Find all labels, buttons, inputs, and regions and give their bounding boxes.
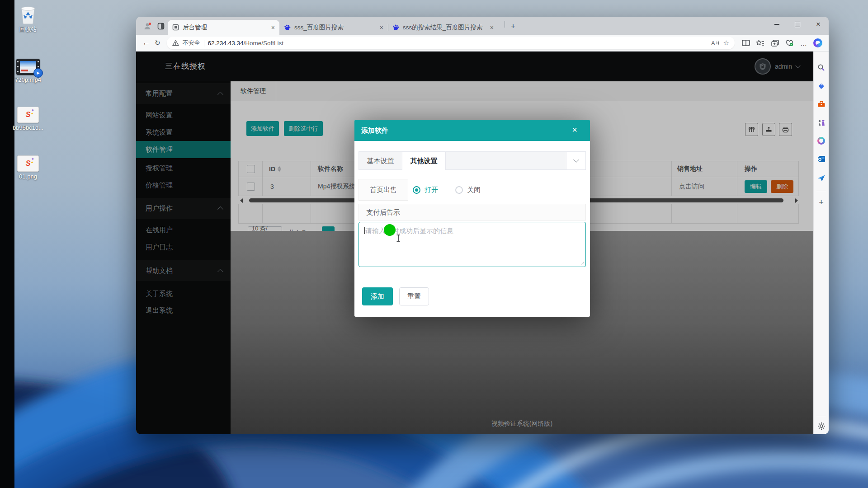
tab-title: 后台管理 xyxy=(183,23,268,32)
tab-title: sss的搜索结果_百度图片搜索 xyxy=(403,23,486,32)
maximize-icon xyxy=(795,22,800,27)
sidebar-m365-icon[interactable] xyxy=(814,137,829,145)
svg-text:A: A xyxy=(711,40,715,46)
dialog-header: 添加软件 × xyxy=(354,120,590,141)
tab-close-icon[interactable]: × xyxy=(490,24,494,31)
close-button[interactable]: × xyxy=(808,17,829,32)
security-label[interactable]: 不安全 xyxy=(183,39,200,47)
radio-label: 打开 xyxy=(425,186,438,194)
dialog-tabs: 基本设置 其他设置 xyxy=(359,151,586,170)
sidebar-outlook-icon[interactable] xyxy=(814,155,829,163)
read-aloud-icon[interactable]: A xyxy=(711,40,720,46)
browser-tab-bar: 后台管理 × sss_百度图片搜索 × sss的搜索结果_百度图片搜索 xyxy=(136,17,829,35)
media-player-badge-icon: ▶ xyxy=(33,68,43,78)
chevron-down-icon xyxy=(573,157,579,163)
divider xyxy=(816,191,826,191)
desktop-icon-label: 回收站 xyxy=(7,26,49,33)
desktop-icon-image-file-2[interactable]: S✦✦ 01.png xyxy=(7,151,49,180)
new-tab-button[interactable]: + xyxy=(505,22,515,31)
desktop-icon-label: bb95bc1d... xyxy=(7,125,49,131)
sidebar-games-icon[interactable] xyxy=(814,118,829,126)
reload-button[interactable]: ↻ xyxy=(155,39,160,47)
video-file-icon: ▶ xyxy=(7,54,49,75)
site-favicon xyxy=(172,24,179,31)
browser-tab-baidu-images[interactable]: sss_百度图片搜索 × xyxy=(279,20,388,35)
tab-other-settings[interactable]: 其他设置 xyxy=(402,152,446,170)
textarea-placeholder: 请输入支付成功后显示的信息 xyxy=(365,227,453,235)
image-file-icon: S✦✦ xyxy=(7,151,49,172)
image-file-icon: S✦✦ xyxy=(7,102,49,123)
collections-icon[interactable] xyxy=(770,40,780,47)
window-controls: × xyxy=(766,17,829,32)
reset-button[interactable]: 重置 xyxy=(399,287,429,305)
tab-close-icon[interactable]: × xyxy=(380,24,383,31)
desktop-icon-label: 01.png xyxy=(7,174,49,180)
sidebar-search-icon[interactable] xyxy=(814,64,829,71)
desktop-icon-video-file[interactable]: ▶ 720p.mp4 xyxy=(7,54,49,83)
desktop-icon-label: 720p.mp4 xyxy=(7,77,49,83)
tab-basic-settings[interactable]: 基本设置 xyxy=(359,152,402,169)
baidu-favicon xyxy=(284,24,291,31)
back-button[interactable]: ← xyxy=(142,38,150,47)
divider xyxy=(816,416,826,416)
radio-label: 关闭 xyxy=(467,186,481,194)
profile-button[interactable] xyxy=(142,20,153,32)
desktop-icon-image-file-1[interactable]: S✦✦ bb95bc1d... xyxy=(7,102,49,131)
split-screen-icon[interactable] xyxy=(741,40,751,46)
favorite-star-icon[interactable]: ☆ xyxy=(723,39,729,47)
sidebar-tools-icon[interactable] xyxy=(814,100,829,108)
sidebar-drop-icon[interactable] xyxy=(814,174,829,182)
dialog-title: 添加软件 xyxy=(361,120,388,141)
browser-toolbar: ← ↻ 不安全 62.234.43.34/Home/SoftList A ☆ xyxy=(136,35,829,52)
tab-title: sss_百度图片搜索 xyxy=(294,23,376,32)
sidebar-settings-icon[interactable] xyxy=(814,422,829,430)
radio-unselected-icon xyxy=(455,186,463,194)
desktop-icon-recycle-bin[interactable]: 回收站 xyxy=(7,4,49,33)
home-sale-label: 首页出售 xyxy=(359,179,408,201)
workspaces-icon xyxy=(157,23,165,30)
minimize-icon xyxy=(774,24,779,24)
sidebar-add-icon[interactable]: + xyxy=(814,198,829,207)
browser-content: 三在线授权 admin 常用配置 网站设置 xyxy=(136,52,829,434)
browser-essentials-icon[interactable] xyxy=(784,39,794,47)
sidebar-shopping-icon[interactable] xyxy=(814,82,829,90)
profile-avatar-icon xyxy=(143,22,151,30)
url-path: /Home/SoftList xyxy=(243,40,283,47)
recycle-bin-icon xyxy=(7,4,49,24)
browser-window: 后台管理 × sss_百度图片搜索 × sss的搜索结果_百度图片搜索 xyxy=(136,17,829,434)
url-host: 62.234.43.34 xyxy=(208,40,244,47)
not-secure-warning-icon xyxy=(172,40,179,46)
tab-close-icon[interactable]: × xyxy=(271,24,275,31)
baidu-favicon xyxy=(392,24,399,31)
divider xyxy=(204,40,204,47)
radio-selected-icon xyxy=(413,186,420,194)
edge-sidebar-rail: + xyxy=(813,52,829,434)
minimize-button[interactable] xyxy=(766,17,787,32)
browser-tab-admin[interactable]: 后台管理 × xyxy=(168,20,279,35)
submit-add-button[interactable]: 添加 xyxy=(362,287,393,305)
url-text[interactable]: 62.234.43.34/Home/SoftList xyxy=(208,40,708,47)
radio-open[interactable]: 打开 xyxy=(413,179,438,201)
text-cursor-icon xyxy=(396,235,401,242)
click-indicator-dot xyxy=(384,224,396,236)
browser-tab-baidu-results[interactable]: sss的搜索结果_百度图片搜索 × xyxy=(388,20,498,35)
text-caret xyxy=(364,227,365,234)
tab-workspaces-button[interactable] xyxy=(155,20,167,32)
add-software-dialog: 添加软件 × 基本设置 其他设置 首页出售 打开 关闭 支付后告示 请输入支付成… xyxy=(354,120,590,317)
payment-notice-label: 支付后告示 xyxy=(359,204,586,221)
more-options-icon[interactable]: … xyxy=(799,39,809,47)
address-bar[interactable]: 不安全 62.234.43.34/Home/SoftList A ☆ xyxy=(167,37,735,49)
resize-handle-icon[interactable] xyxy=(580,261,584,265)
tabs-collapse-button[interactable] xyxy=(566,152,585,169)
maximize-button[interactable] xyxy=(787,17,808,32)
dialog-close-icon[interactable]: × xyxy=(572,120,577,140)
favorites-bar-icon[interactable] xyxy=(755,40,765,47)
copilot-icon[interactable] xyxy=(813,38,822,47)
radio-close[interactable]: 关闭 xyxy=(455,179,481,201)
